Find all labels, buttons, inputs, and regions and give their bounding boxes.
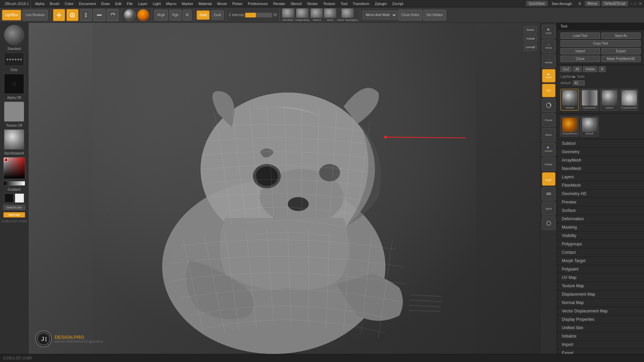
texture-preview[interactable] xyxy=(4,102,24,122)
panel-item-layers[interactable]: Layers xyxy=(557,173,644,181)
nav-move[interactable]: Move xyxy=(542,128,555,141)
make-polymesh3d-button[interactable]: Make PolyMesh3D xyxy=(601,56,641,62)
nav-xyz[interactable]: Xyz xyxy=(542,84,555,97)
mesh-thumb-default2[interactable]: default xyxy=(600,89,619,111)
quicksave-button[interactable]: QuickSave xyxy=(526,1,547,6)
save-as-button[interactable]: Save As xyxy=(601,33,641,39)
claybuildup-button[interactable]: Claybuildup xyxy=(296,8,310,21)
panel-item-arraymesh[interactable]: ArrayMesh xyxy=(557,156,644,165)
scale-button[interactable] xyxy=(93,9,105,21)
menu-texture[interactable]: Texture xyxy=(321,1,337,6)
slash4-button[interactable]: Slash4 xyxy=(311,8,323,21)
panel-item-displayproperties[interactable]: Display Properties xyxy=(557,315,644,324)
nav-frame[interactable]: Frame xyxy=(542,113,555,127)
brush-thumb-simplebrush[interactable]: SimpleBrush xyxy=(560,116,579,136)
nav-linepoly[interactable]: │ PolyF xyxy=(542,172,555,186)
rgb-button[interactable]: Rgb xyxy=(169,10,181,20)
copy-tool-button[interactable]: Copy Tool xyxy=(560,40,641,47)
color-swatch[interactable] xyxy=(3,157,25,179)
menu-brush[interactable]: Brush xyxy=(47,1,62,6)
nav-local[interactable]: ◆ Local xyxy=(542,69,555,82)
lightbox-button[interactable]: LightBox xyxy=(2,10,21,20)
all-button[interactable]: All xyxy=(573,66,581,72)
nav-zoomid[interactable]: 🔍 ZoomD xyxy=(542,143,555,156)
draw-button[interactable] xyxy=(66,9,78,21)
menu-file[interactable]: File xyxy=(124,1,135,6)
panel-item-deformation[interactable]: Deformation xyxy=(557,215,644,223)
menu-preferences[interactable]: Preferences xyxy=(246,1,270,6)
aahalf-button[interactable]: AAHalf xyxy=(524,44,537,51)
panel-item-unifiedskin[interactable]: Unified Skin xyxy=(557,324,644,332)
panel-item-displacementmap[interactable]: Displacement Map xyxy=(557,290,644,299)
menu-render[interactable]: Render xyxy=(271,1,287,6)
nav-rotate-adj[interactable] xyxy=(542,99,555,112)
panel-item-polypaint[interactable]: Polypaint xyxy=(557,265,644,274)
panel-item-fibermesh[interactable]: FiberMesh xyxy=(557,181,644,190)
actual-button[interactable]: Actual xyxy=(524,35,537,42)
panel-item-subtool[interactable]: Subtool xyxy=(557,139,644,148)
panel-item-polygroups[interactable]: Polygroups xyxy=(557,240,644,248)
panel-item-morphtarget[interactable]: Morph Target xyxy=(557,257,644,265)
material-preview[interactable] xyxy=(124,9,136,21)
r-button[interactable]: R xyxy=(599,66,606,72)
nav-adj2[interactable] xyxy=(542,217,555,230)
panel-item-vectordisplacement[interactable]: Vector Displacement Map xyxy=(557,307,644,315)
menu-light[interactable]: Light xyxy=(150,1,163,6)
mesh-thumb-polymesh[interactable]: ✱ PolyMesh3D xyxy=(620,89,638,111)
mrgb-button[interactable]: Mrgb xyxy=(154,10,168,20)
m-button[interactable]: M xyxy=(183,10,192,20)
alternate-button[interactable]: Alternate xyxy=(3,212,25,218)
live-boolean-button[interactable]: Live Boolean xyxy=(22,10,48,20)
menu-macro[interactable]: Macro xyxy=(164,1,179,6)
menu-color[interactable]: Color xyxy=(62,1,76,6)
brush-thumb-default3[interactable]: default xyxy=(580,116,599,136)
foreground-swatch[interactable] xyxy=(4,193,14,203)
panel-item-surface[interactable]: Surface xyxy=(557,206,644,215)
minimize-icon[interactable]: − xyxy=(630,1,632,6)
zoom-nav-button[interactable]: Zoom xyxy=(524,26,537,34)
export-button[interactable]: Export xyxy=(601,48,641,54)
gradient-bar[interactable] xyxy=(3,181,25,186)
switchcolor-button[interactable]: SwitchColor xyxy=(3,205,25,210)
zmodeler-button[interactable]: ZModeler xyxy=(282,8,294,21)
edit-button[interactable] xyxy=(53,9,65,21)
close-icon[interactable]: ✕ xyxy=(639,1,642,6)
menu-zplugin[interactable]: Zplugin xyxy=(372,1,389,6)
clone-button[interactable]: Clone xyxy=(560,56,600,62)
panel-item-masking[interactable]: Masking xyxy=(557,223,644,232)
nav-rotate[interactable]: Rotate xyxy=(542,158,555,171)
panel-item-contact[interactable]: Contact xyxy=(557,248,644,257)
z-intensity-slider[interactable] xyxy=(245,13,272,17)
menu-material[interactable]: Material xyxy=(196,1,214,6)
menu-layer[interactable]: Layer xyxy=(136,1,150,6)
move-topologies-button[interactable]: Move Topologies xyxy=(337,8,358,21)
menu-draw[interactable]: Draw xyxy=(99,1,112,6)
menu-transform[interactable]: Transform xyxy=(351,1,372,6)
panel-item-geometryhd[interactable]: Geometry HD xyxy=(557,190,644,198)
default-value-input[interactable] xyxy=(573,80,585,85)
panel-item-visibility[interactable]: Visibility xyxy=(557,232,644,240)
panel-item-import[interactable]: Import xyxy=(557,341,644,349)
visible-button[interactable]: Visible xyxy=(583,66,597,72)
menu-edit[interactable]: Edit xyxy=(113,1,124,6)
nav-actual[interactable]: □ Actual xyxy=(542,40,555,53)
menu-marker[interactable]: Marker xyxy=(179,1,196,6)
mirror-weld-select[interactable]: Mirror And Weld xyxy=(363,11,397,19)
panel-item-nanomesh[interactable]: NanoMesh xyxy=(557,165,644,173)
panel-item-normalmap[interactable]: Normal Map xyxy=(557,299,644,307)
menu-picker[interactable]: Picker xyxy=(230,1,245,6)
goz-button[interactable]: GoZ xyxy=(560,66,572,72)
load-tool-button[interactable]: Load Tool xyxy=(560,33,600,39)
menus-button[interactable]: Menus xyxy=(585,1,600,6)
background-swatch[interactable] xyxy=(15,193,24,203)
menu-document[interactable]: Document xyxy=(76,1,98,6)
mesh-thumb-cylinder[interactable]: Cylinder3D xyxy=(580,89,599,111)
color-preview[interactable] xyxy=(137,9,149,21)
panel-item-geometry[interactable]: Geometry xyxy=(557,148,644,156)
move-icon-button[interactable] xyxy=(80,9,92,21)
menu-stroke[interactable]: Stroke xyxy=(305,1,320,6)
nav-xpose[interactable]: Xpose xyxy=(542,202,555,215)
menu-tool[interactable]: Tool xyxy=(338,1,350,6)
mesh-thumb-default1[interactable]: default xyxy=(560,89,579,111)
import-button[interactable]: Import xyxy=(560,48,600,54)
